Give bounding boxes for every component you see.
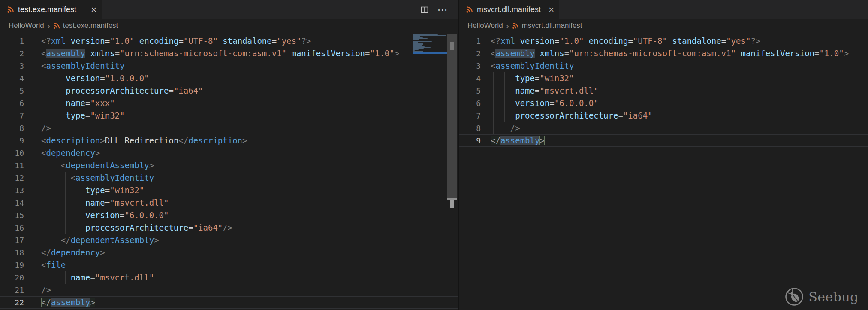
line-number[interactable]: 4	[459, 72, 481, 85]
scrollbar-thumb[interactable]	[447, 34, 457, 198]
code-line[interactable]: 4 version="1.0.0.0"	[0, 72, 458, 85]
code-text: <assembly xmlns="urn:schemas-microsoft-c…	[491, 47, 849, 60]
line-number[interactable]: 5	[0, 85, 24, 97]
code-line[interactable]: 7 processorArchitecture="ia64"	[459, 109, 868, 122]
line-number[interactable]: 17	[0, 234, 24, 246]
code-text: version="6.0.0.0"	[41, 209, 169, 222]
line-number[interactable]: 20	[0, 271, 24, 284]
minimap-line	[413, 51, 423, 52]
code-line[interactable]: 9</assembly>	[459, 134, 868, 147]
split-editor-icon[interactable]	[419, 5, 430, 15]
code-line[interactable]: 2<assembly xmlns="urn:schemas-microsoft-…	[0, 47, 458, 60]
code-line[interactable]: 21/>	[0, 284, 458, 296]
code-line[interactable]: 18</dependency>	[0, 246, 458, 259]
xml-file-icon	[466, 6, 473, 13]
line-number[interactable]: 6	[459, 97, 481, 109]
code-text: type="win32"	[41, 109, 125, 122]
tab-title: msvcrt.dll.manifest	[477, 5, 541, 14]
line-number[interactable]: 11	[0, 159, 24, 172]
close-icon[interactable]: ×	[549, 5, 554, 15]
code-line[interactable]: 4 type="win32"	[459, 72, 868, 85]
line-number[interactable]: 18	[0, 246, 24, 259]
breadcrumb-folder[interactable]: HelloWorld	[9, 21, 44, 30]
code-line[interactable]: 14 name="msvcrt.dll"	[0, 197, 458, 209]
code-line[interactable]: 10<dependency>	[0, 147, 458, 159]
code-text: <assemblyIdentity	[41, 172, 154, 184]
code-text: <assemblyIdentity	[41, 60, 124, 72]
line-number[interactable]: 16	[0, 222, 24, 234]
code-text: name="msvcrt.dll"	[41, 271, 154, 284]
code-line[interactable]: 3<assemblyIdentity	[0, 60, 458, 72]
line-number[interactable]: 2	[0, 47, 24, 60]
line-number[interactable]: 9	[459, 134, 481, 147]
xml-file-icon	[512, 22, 519, 29]
code-text: <description>DLL Redirection</descriptio…	[41, 134, 247, 147]
line-number[interactable]: 2	[459, 47, 481, 60]
more-actions-icon[interactable]: ⋯	[437, 5, 448, 15]
editor-right[interactable]: 1<?xml version="1.0" encoding="UTF-8" st…	[459, 32, 868, 310]
line-number[interactable]: 7	[459, 109, 481, 122]
code-line[interactable]: 7 type="win32"	[0, 109, 458, 122]
code-line[interactable]: 3<assemblyIdentity	[459, 60, 868, 72]
line-number[interactable]: 3	[459, 60, 481, 72]
line-number[interactable]: 9	[0, 134, 24, 147]
code-text: />	[41, 284, 51, 296]
line-number[interactable]: 19	[0, 259, 24, 271]
tab-test-exe-manifest[interactable]: test.exe.manifest ×	[0, 0, 102, 19]
code-line[interactable]: 20 name="msvcrt.dll"	[0, 271, 458, 284]
line-number[interactable]: 5	[459, 85, 481, 97]
code-text: </assembly>	[491, 134, 545, 147]
line-number[interactable]: 15	[0, 209, 24, 222]
code-text: processorArchitecture="ia64"	[491, 109, 653, 122]
minimap[interactable]	[413, 34, 447, 54]
code-line[interactable]: 6 version="6.0.0.0"	[459, 97, 868, 109]
line-number[interactable]: 12	[0, 172, 24, 184]
breadcrumb: HelloWorld › msvcrt.dll.manifest	[459, 19, 868, 32]
line-number[interactable]: 13	[0, 184, 24, 197]
code-line[interactable]: 11 <dependentAssembly>	[0, 159, 458, 172]
breadcrumb-folder[interactable]: HelloWorld	[467, 21, 503, 30]
code-line[interactable]: 22</assembly>	[0, 296, 458, 309]
code-text: <assembly xmlns="urn:schemas-microsoft-c…	[41, 47, 399, 60]
vscode-window: test.exe.manifest × ⋯ HelloWorld ›	[0, 0, 868, 310]
editor-left[interactable]: 1<?xml version="1.0" encoding="UTF-8" st…	[0, 32, 458, 310]
code-line[interactable]: 2<assembly xmlns="urn:schemas-microsoft-…	[459, 47, 868, 60]
line-number[interactable]: 21	[0, 284, 24, 296]
code-line[interactable]: 16 processorArchitecture="ia64"/>	[0, 222, 458, 234]
tab-msvcrt-dll-manifest[interactable]: msvcrt.dll.manifest ×	[459, 0, 559, 19]
line-number[interactable]: 8	[459, 122, 481, 134]
code-line[interactable]: 9<description>DLL Redirection</descripti…	[0, 134, 458, 147]
code-line[interactable]: 8 />	[459, 122, 868, 134]
code-line[interactable]: 8/>	[0, 122, 458, 134]
code-line[interactable]: 5 name="msvcrt.dll"	[459, 85, 868, 97]
code-line[interactable]: 15 version="6.0.0.0"	[0, 209, 458, 222]
line-number[interactable]: 22	[0, 296, 24, 309]
line-number[interactable]: 7	[0, 109, 24, 122]
tab-title: test.exe.manifest	[18, 5, 76, 14]
line-number[interactable]: 6	[0, 97, 24, 109]
code-line[interactable]: 1<?xml version="1.0" encoding="UTF-8" st…	[0, 35, 458, 47]
code-lines: 1<?xml version="1.0" encoding="UTF-8" st…	[459, 32, 868, 147]
code-line[interactable]: 6 name="xxx"	[0, 97, 458, 109]
close-icon[interactable]: ×	[91, 5, 96, 15]
code-line[interactable]: 5 processorArchitecture="ia64"	[0, 85, 458, 97]
line-number[interactable]: 1	[0, 35, 24, 47]
code-line[interactable]: 12 <assemblyIdentity	[0, 172, 458, 184]
code-text: />	[41, 122, 51, 134]
breadcrumb-file[interactable]: msvcrt.dll.manifest	[522, 21, 582, 30]
code-line[interactable]: 1<?xml version="1.0" encoding="UTF-8" st…	[459, 35, 868, 47]
breadcrumb-file[interactable]: test.exe.manifest	[63, 21, 118, 30]
code-line[interactable]: 13 type="win32"	[0, 184, 458, 197]
line-number[interactable]: 3	[0, 60, 24, 72]
line-number[interactable]: 1	[459, 35, 481, 47]
line-number[interactable]: 4	[0, 72, 24, 85]
code-line[interactable]: 19<file	[0, 259, 458, 271]
seebug-watermark: Seebug	[784, 287, 859, 307]
code-text: <dependency>	[41, 147, 100, 159]
code-text: version="1.0.0.0"	[41, 72, 149, 85]
code-line[interactable]: 17 </dependentAssembly>	[0, 234, 458, 246]
tab-bar-right: msvcrt.dll.manifest ×	[459, 0, 868, 19]
line-number[interactable]: 8	[0, 122, 24, 134]
line-number[interactable]: 10	[0, 147, 24, 159]
line-number[interactable]: 14	[0, 197, 24, 209]
